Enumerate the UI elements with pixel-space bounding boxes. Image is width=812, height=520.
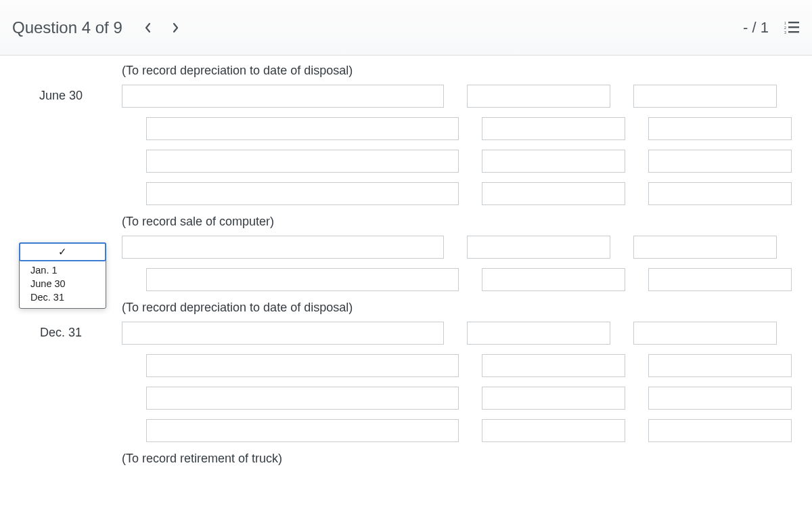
credit-input[interactable] [633, 85, 777, 108]
svg-rect-3 [788, 26, 799, 28]
svg-text:2: 2 [784, 26, 786, 30]
debit-input[interactable] [482, 354, 625, 377]
entry-description: (To record depreciation to date of dispo… [122, 301, 792, 315]
score-display: - / 1 [743, 19, 769, 37]
account-input[interactable] [146, 268, 459, 291]
entry-block-dropdown [20, 236, 792, 291]
credit-input[interactable] [648, 354, 792, 377]
credit-input[interactable] [648, 419, 792, 442]
entry-description: (To record retirement of truck) [122, 452, 792, 466]
svg-rect-1 [788, 22, 799, 23]
entry-description: (To record sale of computer) [122, 215, 792, 229]
journal-row [122, 150, 792, 173]
question-list-button[interactable]: 1 2 3 [781, 17, 803, 39]
debit-input[interactable] [467, 322, 610, 345]
credit-input[interactable] [648, 150, 792, 173]
account-input[interactable] [146, 117, 459, 140]
credit-input[interactable] [648, 387, 792, 410]
account-input[interactable] [122, 236, 444, 259]
account-input[interactable] [146, 354, 459, 377]
debit-input[interactable] [482, 182, 625, 205]
date-select-option[interactable]: Dec. 31 [30, 290, 99, 304]
account-input[interactable] [146, 150, 459, 173]
check-icon: ✓ [58, 246, 67, 258]
svg-text:1: 1 [784, 21, 786, 25]
date-select-dropdown[interactable]: ✓ Jan. 1 June 30 Dec. 31 [19, 242, 106, 309]
journal-entry-area: (To record depreciation to date of dispo… [0, 56, 812, 486]
date-select-option[interactable]: Jan. 1 [30, 263, 99, 277]
date-select-option-list: Jan. 1 June 30 Dec. 31 [20, 261, 106, 308]
account-input[interactable] [146, 182, 459, 205]
chevron-left-icon [144, 22, 152, 33]
prev-question-button[interactable] [135, 14, 162, 41]
journal-row [122, 322, 792, 345]
credit-input[interactable] [648, 268, 792, 291]
date-label-dec31: Dec. 31 [20, 322, 102, 340]
debit-input[interactable] [467, 85, 610, 108]
svg-text:3: 3 [784, 30, 786, 35]
numbered-list-icon: 1 2 3 [784, 21, 799, 35]
journal-row [122, 387, 792, 410]
entry-block-dec31: Dec. 31 [20, 322, 792, 442]
journal-row [122, 117, 792, 140]
chevron-right-icon [171, 22, 179, 33]
date-select-option[interactable]: June 30 [30, 277, 99, 290]
svg-rect-5 [788, 31, 799, 32]
credit-input[interactable] [648, 117, 792, 140]
debit-input[interactable] [482, 150, 625, 173]
credit-input[interactable] [633, 322, 777, 345]
journal-row [122, 236, 792, 259]
journal-row [122, 419, 792, 442]
debit-input[interactable] [482, 419, 625, 442]
entry-block-june30: June 30 [20, 85, 792, 205]
debit-input[interactable] [482, 387, 625, 410]
account-input[interactable] [122, 322, 444, 345]
journal-row [122, 268, 792, 291]
next-question-button[interactable] [162, 14, 189, 41]
debit-input[interactable] [482, 117, 625, 140]
account-input[interactable] [122, 85, 444, 108]
account-input[interactable] [146, 387, 459, 410]
journal-row [122, 354, 792, 377]
entry-description: (To record depreciation to date of dispo… [122, 64, 792, 78]
credit-input[interactable] [648, 182, 792, 205]
debit-input[interactable] [467, 236, 610, 259]
debit-input[interactable] [482, 268, 625, 291]
credit-input[interactable] [633, 236, 777, 259]
question-title: Question 4 of 9 [12, 18, 122, 37]
account-input[interactable] [146, 419, 459, 442]
journal-row [122, 182, 792, 205]
date-label-june30: June 30 [20, 85, 102, 103]
question-header: Question 4 of 9 - / 1 1 2 3 [0, 0, 812, 56]
journal-row [122, 85, 792, 108]
date-select-current[interactable]: ✓ [19, 242, 106, 261]
